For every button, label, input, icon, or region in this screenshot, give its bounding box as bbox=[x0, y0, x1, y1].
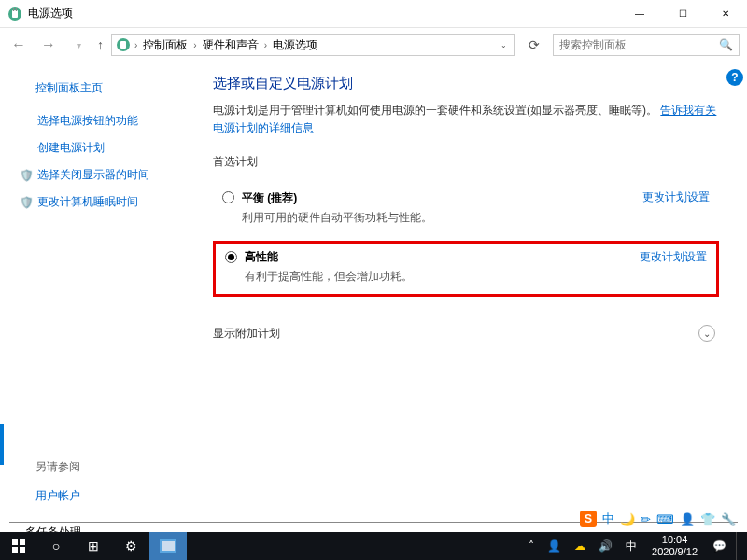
notifications-button[interactable]: 💬 bbox=[709, 539, 730, 553]
system-tray: ˄ 👤 ☁ 🔊 中 10:04 2020/9/12 💬 bbox=[525, 532, 747, 560]
plan-description: 有利于提高性能，但会增加功耗。 bbox=[245, 269, 707, 285]
shield-icon: 🛡️ bbox=[19, 195, 34, 210]
start-button[interactable] bbox=[0, 532, 37, 560]
ime-moon-icon[interactable]: 🌙 bbox=[620, 512, 635, 526]
svg-rect-1 bbox=[12, 10, 18, 18]
control-panel-icon bbox=[116, 37, 131, 52]
chevron-right-icon: › bbox=[193, 40, 196, 50]
sidebar-item-display-off[interactable]: 🛡️ 选择关闭显示器的时间 bbox=[19, 167, 196, 183]
ime-user-icon[interactable]: 👤 bbox=[680, 512, 695, 526]
change-plan-settings-link[interactable]: 更改计划设置 bbox=[642, 189, 710, 205]
nav-history-dropdown[interactable]: ▾ bbox=[67, 40, 90, 50]
blank-icon bbox=[19, 141, 34, 156]
blank-icon bbox=[19, 114, 34, 129]
ime-keyboard-icon[interactable]: ⌨ bbox=[656, 512, 674, 526]
windows-icon bbox=[12, 539, 25, 553]
titlebar: 电源选项 — ☐ ✕ bbox=[0, 0, 747, 28]
ime-wrench-icon[interactable]: 🔧 bbox=[721, 512, 736, 526]
power-plan-high-performance: 高性能 更改计划设置 有利于提高性能，但会增加功耗。 bbox=[213, 241, 719, 297]
sidebar-item-sleep-time[interactable]: 🛡️ 更改计算机睡眠时间 bbox=[19, 194, 196, 210]
plan-recommended: (推荐) bbox=[264, 191, 297, 204]
chevron-right-icon: › bbox=[134, 40, 137, 50]
plan-description: 利用可用的硬件自动平衡功耗与性能。 bbox=[242, 210, 710, 226]
tray-ime-lang[interactable]: 中 bbox=[622, 539, 641, 554]
page-description: 电源计划是用于管理计算机如何使用电源的一套硬件和系统设置(如显示器亮度、睡眠等)… bbox=[213, 102, 719, 137]
tray-volume-icon[interactable]: 🔊 bbox=[595, 539, 616, 553]
sidebar: 控制面板主页 选择电源按钮的功能 创建电源计划 🛡️ 选择关闭显示器的时间 🛡️… bbox=[0, 62, 196, 523]
sidebar-user-accounts-link[interactable]: 用户帐户 bbox=[19, 488, 196, 504]
taskbar-settings[interactable]: ⚙ bbox=[112, 532, 149, 560]
breadcrumb-item[interactable]: 电源选项 bbox=[271, 37, 319, 53]
close-button[interactable]: ✕ bbox=[704, 0, 747, 28]
refresh-button[interactable]: ⟳ bbox=[523, 34, 545, 56]
plan-name: 高性能 bbox=[245, 249, 278, 265]
accent-bar bbox=[0, 424, 4, 465]
power-options-icon bbox=[7, 7, 22, 21]
plan-name: 平衡 bbox=[242, 191, 264, 204]
search-box[interactable]: 🔍 bbox=[553, 34, 740, 56]
sidebar-item-label: 创建电源计划 bbox=[37, 140, 105, 156]
minimize-button[interactable]: — bbox=[618, 0, 661, 28]
task-view-button[interactable]: ⊞ bbox=[75, 532, 112, 560]
additional-plans-row: 显示附加计划 ⌄ bbox=[213, 325, 719, 342]
titlebar-left: 电源选项 bbox=[0, 6, 73, 21]
breadcrumb-item[interactable]: 硬件和声音 bbox=[201, 37, 261, 53]
svg-rect-2 bbox=[13, 8, 14, 11]
expand-button[interactable]: ⌄ bbox=[698, 325, 715, 342]
ime-toolbar: S 中 🌙 ✏ ⌨ 👤 👕 🔧 bbox=[574, 508, 741, 530]
show-desktop-button[interactable] bbox=[736, 532, 743, 560]
radio-balanced[interactable] bbox=[222, 191, 234, 203]
change-plan-settings-link[interactable]: 更改计划设置 bbox=[640, 249, 707, 265]
tray-people-icon[interactable]: 👤 bbox=[543, 539, 565, 553]
ime-pencil-icon[interactable]: ✏ bbox=[641, 512, 651, 526]
page-title: 选择或自定义电源计划 bbox=[213, 75, 719, 92]
control-panel-taskbar-icon bbox=[160, 539, 176, 553]
nav-forward-button[interactable]: → bbox=[37, 36, 60, 53]
nav-up-button[interactable]: ↑ bbox=[97, 37, 104, 52]
ime-lang[interactable]: 中 bbox=[602, 511, 614, 527]
clock-date: 2020/9/12 bbox=[652, 546, 698, 558]
sidebar-item-label: 选择电源按钮的功能 bbox=[37, 113, 138, 129]
preferred-plans-label: 首选计划 bbox=[213, 154, 719, 170]
address-dropdown-button[interactable]: ⌄ bbox=[497, 41, 511, 49]
shield-icon: 🛡️ bbox=[19, 168, 34, 183]
radio-high-performance[interactable] bbox=[225, 251, 237, 263]
address-bar[interactable]: › 控制面板 › 硬件和声音 › 电源选项 ⌄ bbox=[111, 34, 515, 56]
chevron-right-icon: › bbox=[264, 40, 267, 50]
svg-rect-9 bbox=[20, 547, 25, 553]
svg-rect-3 bbox=[16, 8, 17, 11]
sidebar-item-power-button[interactable]: 选择电源按钮的功能 bbox=[19, 113, 196, 129]
svg-rect-5 bbox=[120, 41, 126, 49]
tray-onedrive-icon[interactable]: ☁ bbox=[571, 539, 589, 553]
svg-rect-7 bbox=[20, 539, 25, 545]
taskbar-left: ○ ⊞ ⚙ bbox=[0, 532, 187, 560]
search-input[interactable] bbox=[559, 38, 719, 51]
sidebar-item-label: 更改计算机睡眠时间 bbox=[37, 194, 138, 210]
svg-rect-8 bbox=[12, 547, 18, 553]
sidebar-item-create-plan[interactable]: 创建电源计划 bbox=[19, 140, 196, 156]
main-panel: 选择或自定义电源计划 电源计划是用于管理计算机如何使用电源的一套硬件和系统设置(… bbox=[196, 62, 747, 523]
sidebar-item-label: 选择关闭显示器的时间 bbox=[37, 167, 149, 183]
breadcrumb-item[interactable]: 控制面板 bbox=[141, 37, 190, 53]
maximize-button[interactable]: ☐ bbox=[661, 0, 704, 28]
power-plan-balanced: 平衡 (推荐) 更改计划设置 利用可用的硬件自动平衡功耗与性能。 bbox=[213, 183, 719, 235]
sidebar-see-also: 另请参阅 bbox=[19, 459, 196, 475]
navbar: ← → ▾ ↑ › 控制面板 › 硬件和声音 › 电源选项 ⌄ ⟳ 🔍 bbox=[0, 28, 747, 62]
search-icon: 🔍 bbox=[719, 38, 733, 51]
clock-time: 10:04 bbox=[662, 534, 688, 546]
cortana-button[interactable]: ○ bbox=[37, 532, 75, 560]
content-area: ? 控制面板主页 选择电源按钮的功能 创建电源计划 🛡️ 选择关闭显示器的时间 … bbox=[0, 62, 747, 523]
window-controls: — ☐ ✕ bbox=[618, 0, 747, 28]
sidebar-home-link[interactable]: 控制面板主页 bbox=[19, 80, 196, 96]
taskbar-control-panel[interactable] bbox=[149, 532, 187, 560]
svg-rect-11 bbox=[162, 541, 175, 551]
ime-shirt-icon[interactable]: 👕 bbox=[700, 512, 715, 526]
taskbar-clock[interactable]: 10:04 2020/9/12 bbox=[646, 534, 703, 557]
help-button[interactable]: ? bbox=[726, 69, 743, 86]
tray-chevron-up-icon[interactable]: ˄ bbox=[525, 539, 538, 553]
desc-text: 电源计划是用于管理计算机如何使用电源的一套硬件和系统设置(如显示器亮度、睡眠等)… bbox=[213, 104, 657, 117]
window-title: 电源选项 bbox=[28, 6, 73, 21]
nav-back-button[interactable]: ← bbox=[7, 36, 30, 53]
sogou-ime-icon[interactable]: S bbox=[580, 511, 597, 527]
svg-rect-6 bbox=[12, 539, 18, 545]
